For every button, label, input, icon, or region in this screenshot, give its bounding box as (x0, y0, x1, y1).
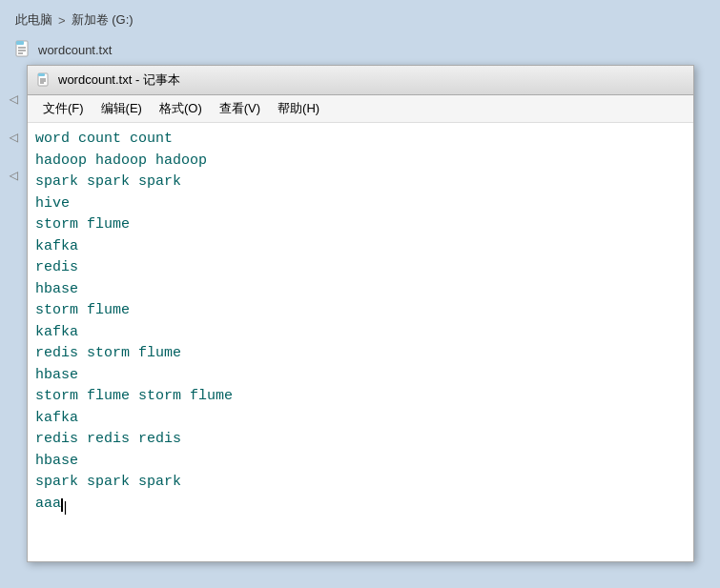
left-arrow-icon-2[interactable]: ◁ (4, 128, 23, 147)
breadcrumb-separator: > (58, 13, 66, 28)
menu-view[interactable]: 查看(V) (212, 98, 268, 119)
text-line: kafka (35, 236, 686, 258)
file-icon (15, 40, 32, 59)
text-line: kafka (35, 322, 686, 344)
text-line: hadoop hadoop hadoop (35, 151, 686, 172)
text-line: storm flume (35, 214, 686, 236)
text-line: kafka (35, 408, 686, 430)
breadcrumb: 此电脑 > 新加卷 (G:) (8, 8, 141, 32)
text-line: redis (35, 257, 686, 279)
menu-file[interactable]: 文件(F) (35, 98, 92, 119)
desktop: 此电脑 > 新加卷 (G:) wordcount.txt ◁ ◁ ◁ (0, 0, 720, 588)
text-line: redis redis redis (35, 429, 686, 451)
notepad-title-icon (37, 72, 52, 88)
svg-rect-1 (16, 41, 24, 45)
text-line: aaa| (35, 494, 686, 516)
notepad-window: wordcount.txt - 记事本 文件(F) 编辑(E) 格式(O) 查看… (27, 65, 694, 562)
text-line: storm flume storm flume (35, 386, 686, 408)
text-line: spark spark spark (35, 172, 686, 193)
breadcrumb-drive[interactable]: 新加卷 (G:) (72, 11, 134, 29)
menu-format[interactable]: 格式(O) (152, 98, 210, 119)
text-cursor: | (61, 498, 63, 512)
menu-edit[interactable]: 编辑(E) (93, 98, 150, 119)
text-line: hbase (35, 451, 686, 473)
text-line: spark spark spark (35, 472, 686, 494)
text-line: hive (35, 193, 686, 215)
text-line: redis storm flume (35, 343, 686, 365)
title-bar: wordcount.txt - 记事本 (28, 66, 693, 95)
text-line: word count count (35, 129, 686, 151)
breadcrumb-pc[interactable]: 此电脑 (15, 11, 52, 29)
menu-bar: 文件(F) 编辑(E) 格式(O) 查看(V) 帮助(H) (28, 95, 693, 123)
svg-rect-6 (38, 73, 45, 76)
menu-help[interactable]: 帮助(H) (270, 98, 327, 119)
notepad-title: wordcount.txt - 记事本 (58, 71, 180, 89)
text-line: hbase (35, 365, 686, 387)
text-line: storm flume (35, 300, 686, 322)
text-content[interactable]: word count counthadoop hadoop hadoopspar… (28, 123, 693, 561)
left-arrow-icon-3[interactable]: ◁ (4, 166, 23, 185)
text-line: hbase (35, 279, 686, 301)
left-icon-panel: ◁ ◁ ◁ (0, 86, 27, 189)
left-arrow-icon-1[interactable]: ◁ (4, 90, 23, 109)
file-shortcut-label: wordcount.txt (38, 43, 112, 57)
file-shortcut[interactable]: wordcount.txt (8, 38, 119, 61)
